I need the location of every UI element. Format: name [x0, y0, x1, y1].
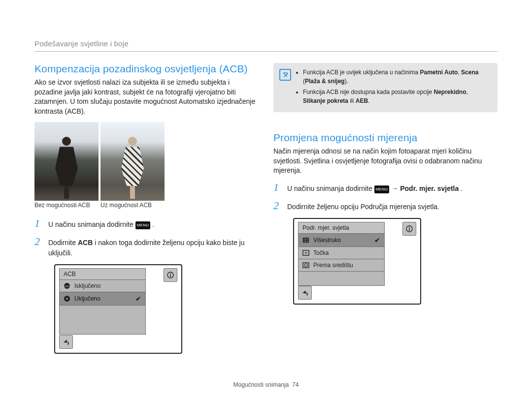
footer-label: Mogućnosti snimanja — [233, 381, 289, 388]
svg-point-19 — [409, 227, 410, 228]
metering-center-label: Prema središtu — [313, 262, 353, 269]
note-line-2: Funkcija ACB nije dostupna kada postavit… — [303, 88, 492, 105]
rstep1-post: . — [461, 185, 463, 192]
svg-rect-12 — [305, 241, 306, 242]
svg-rect-20 — [409, 228, 410, 231]
acb-option-off[interactable]: OFF Isključeno — [60, 280, 145, 292]
step-number: 2 — [273, 200, 282, 212]
metering-spot-label: Točka — [313, 249, 329, 256]
center-metering-icon — [302, 262, 309, 269]
svg-rect-6 — [170, 275, 171, 277]
svg-point-15 — [305, 252, 306, 253]
footer-page: 74 — [292, 381, 299, 388]
check-icon: ✔ — [135, 295, 141, 303]
step2-text-b: ACB — [78, 239, 93, 247]
heading-metering: Promjena mogućnosti mjerenja — [273, 132, 498, 144]
right-column: Funkcija ACB je uvijek uključena u način… — [273, 63, 498, 354]
breadcrumb: Podešavanje svjetline i boje — [34, 39, 129, 48]
caption-without-acb: Bez mogućnosti ACB — [34, 202, 99, 209]
heading-acb: Kompenzacija pozadinskog osvjetljenja (A… — [34, 63, 259, 75]
panel-title: Podr. mjer. svjetla — [299, 222, 384, 234]
caption-with-acb: Uz mogućnost ACB — [100, 202, 165, 209]
check-icon: ✔ — [374, 236, 380, 244]
right-step-2: 2 Dodirnite željenu opciju Područja mjer… — [273, 200, 498, 212]
svg-rect-11 — [304, 241, 305, 242]
metering-multi-label: Višestruko — [313, 237, 341, 244]
acb-on-icon — [64, 295, 70, 302]
step1-text-pre: U načinu snimanja dodirnite — [48, 220, 135, 228]
svg-text:OFF: OFF — [64, 285, 70, 288]
left-column: Kompenzacija pozadinskog osvjetljenja (A… — [34, 63, 259, 354]
svg-point-17 — [304, 264, 307, 267]
acb-off-icon: OFF — [64, 282, 70, 289]
acb-option-off-label: Isključeno — [74, 282, 100, 289]
spot-metering-icon — [302, 249, 309, 256]
metering-option-spot[interactable]: Točka — [299, 247, 384, 259]
rstep1-pre: U načinu snimanja dodirnite — [287, 185, 374, 192]
metering-option-center[interactable]: Prema središtu — [299, 259, 384, 272]
step1-text-post: . — [152, 220, 154, 228]
note-line-1: Funkcija ACB je uvijek uključena u način… — [303, 68, 492, 86]
svg-point-5 — [170, 273, 171, 274]
note-box: Funkcija ACB je uvijek uključena u način… — [273, 63, 498, 112]
rstep2-text: Dodirnite željenu opciju Područja mjeren… — [287, 200, 498, 212]
rstep1-mid: → — [391, 185, 400, 192]
svg-point-3 — [66, 298, 68, 300]
menu-icon: MENU — [135, 221, 151, 229]
svg-rect-7 — [303, 238, 309, 243]
photo-without-acb — [34, 122, 99, 201]
multi-metering-icon — [302, 237, 309, 244]
acb-option-on[interactable]: Uključeno ✔ — [60, 292, 145, 306]
menu-icon: MENU — [374, 185, 390, 193]
step2-text-a: Dodirnite — [48, 239, 78, 247]
step-number: 1 — [34, 217, 43, 230]
metering-option-list: Podr. mjer. svjetla Višestruko ✔ — [298, 222, 385, 286]
rstep1-bold: Podr. mjer. svjetla — [400, 185, 459, 192]
info-button[interactable] — [402, 222, 416, 236]
back-button[interactable] — [59, 335, 73, 349]
note-icon — [279, 69, 291, 81]
step-number: 1 — [273, 182, 282, 194]
svg-rect-13 — [307, 241, 308, 242]
metering-panel: Podr. mjer. svjetla Višestruko ✔ — [293, 218, 421, 305]
divider — [34, 51, 498, 52]
acb-panel: ACB OFF Isključeno Uključeno — [54, 264, 182, 354]
photo-with-acb — [100, 122, 165, 201]
svg-rect-8 — [304, 239, 305, 240]
left-step-1: 1 U načinu snimanja dodirnite MENU . — [34, 217, 259, 230]
panel-title: ACB — [60, 269, 145, 280]
acb-intro: Ako se izvor svjetlosti nalazi iza subje… — [34, 78, 259, 116]
step-number: 2 — [34, 236, 43, 258]
metering-intro: Način mjerenja odnosi se na način kojim … — [273, 147, 498, 176]
metering-option-multi[interactable]: Višestruko ✔ — [299, 234, 384, 247]
svg-rect-10 — [307, 239, 308, 240]
info-button[interactable] — [164, 268, 177, 282]
back-button[interactable] — [298, 286, 312, 300]
right-step-1: 1 U načinu snimanja dodirnite MENU → Pod… — [273, 182, 498, 194]
acb-option-list: ACB OFF Isključeno Uključeno — [59, 268, 146, 335]
left-step-2: 2 Dodirnite ACB i nakon toga dodirnite ž… — [34, 236, 259, 258]
svg-rect-9 — [305, 239, 306, 240]
acb-option-on-label: Uključeno — [74, 295, 100, 302]
page-footer: Mogućnosti snimanja 74 — [0, 381, 532, 388]
photo-comparison — [34, 122, 259, 201]
